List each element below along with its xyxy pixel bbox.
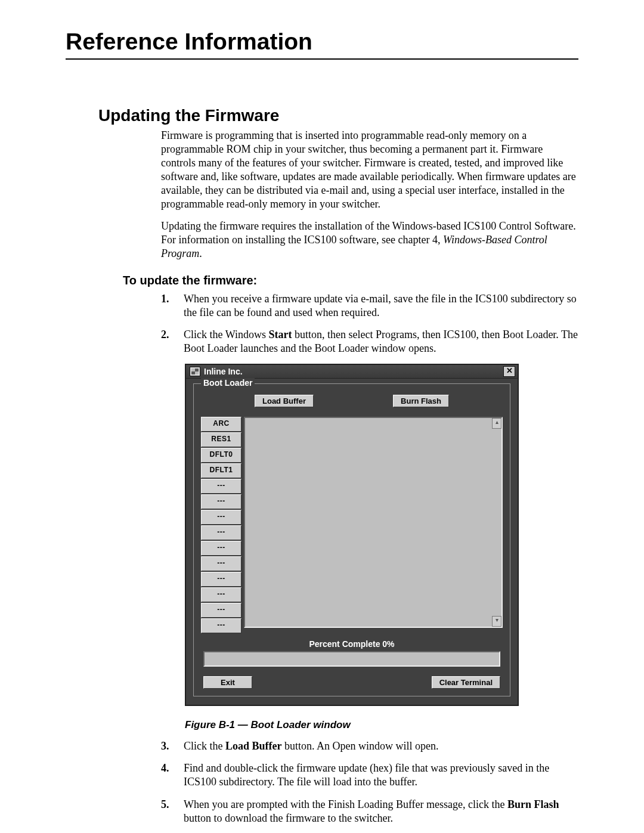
page-title: Reference Information xyxy=(66,29,578,55)
side-slot-button[interactable]: --- xyxy=(201,572,242,587)
step-4: 4. Find and double-click the firmware up… xyxy=(161,761,578,789)
side-slot-button[interactable]: --- xyxy=(201,541,242,556)
step-5: 5. When you are prompted with the Finish… xyxy=(161,798,578,825)
section-heading: Updating the Firmware xyxy=(98,106,578,125)
side-slot-button[interactable]: --- xyxy=(201,587,242,602)
step-1: 1. When you receive a firmware update vi… xyxy=(161,292,578,320)
bootloader-fieldset: Boot Loader Load Buffer Burn Flash ARC R… xyxy=(193,383,510,696)
intro-block: Firmware is programming that is inserted… xyxy=(161,129,578,261)
side-slot-button[interactable]: --- xyxy=(201,479,242,494)
side-slot-button[interactable]: --- xyxy=(201,556,242,571)
terminal-pane: ▴ ▾ xyxy=(244,417,503,628)
scrollbar[interactable]: ▴ ▾ xyxy=(492,418,501,627)
intro-p2: Updating the firmware requires the insta… xyxy=(161,219,578,261)
intro-p1: Firmware is programming that is inserted… xyxy=(161,129,578,211)
step-3: 3. Click the Load Buffer button. An Open… xyxy=(161,739,578,753)
close-icon[interactable]: ✕ xyxy=(503,366,515,377)
clear-terminal-button[interactable]: Clear Terminal xyxy=(432,676,500,689)
side-slot-button[interactable]: --- xyxy=(201,603,242,618)
exit-button[interactable]: Exit xyxy=(203,676,252,689)
bootloader-window: Inline Inc. ✕ Boot Loader Load Buffer Bu… xyxy=(185,364,519,706)
side-dflt1-button[interactable]: DFLT1 xyxy=(201,463,242,478)
side-slot-button[interactable]: --- xyxy=(201,494,242,509)
figure-caption: Figure B-1 — Boot Loader window xyxy=(185,719,578,731)
header-rule xyxy=(66,58,578,60)
percent-complete-label: Percent Complete 0% xyxy=(201,639,503,649)
side-buttons: ARC RES1 DFLT0 DFLT1 --- --- --- --- ---… xyxy=(201,417,242,633)
fieldset-legend: Boot Loader xyxy=(201,378,255,388)
subheading: To update the firmware: xyxy=(123,274,578,287)
side-dflt0-button[interactable]: DFLT0 xyxy=(201,448,242,463)
side-slot-button[interactable]: --- xyxy=(201,510,242,525)
scroll-down-icon[interactable]: ▾ xyxy=(492,616,501,627)
load-buffer-button[interactable]: Load Buffer xyxy=(255,395,314,407)
side-slot-button[interactable]: --- xyxy=(201,525,242,540)
progress-bar xyxy=(203,651,500,667)
bootloader-figure: Inline Inc. ✕ Boot Loader Load Buffer Bu… xyxy=(185,364,519,706)
app-icon xyxy=(190,367,200,376)
side-slot-button[interactable]: --- xyxy=(201,618,242,633)
burn-flash-button[interactable]: Burn Flash xyxy=(393,395,449,407)
titlebar: Inline Inc. ✕ xyxy=(186,365,518,379)
side-arc-button[interactable]: ARC xyxy=(201,417,242,432)
side-res1-button[interactable]: RES1 xyxy=(201,432,242,447)
scroll-up-icon[interactable]: ▴ xyxy=(492,418,501,429)
window-title: Inline Inc. xyxy=(204,367,243,376)
step-2: 2. Click the Windows Start button, then … xyxy=(161,328,578,355)
